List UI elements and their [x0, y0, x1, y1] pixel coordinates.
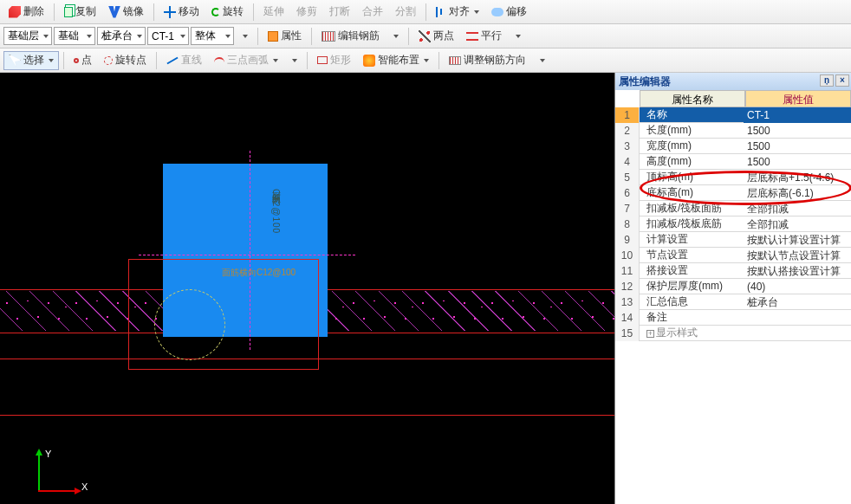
panel-title-bar[interactable]: 属性编辑器 ņ × — [615, 73, 851, 90]
align-icon — [436, 7, 446, 17]
property-row[interactable]: 5顶标高(m)层底标高+1.5(-4.6) — [615, 170, 851, 185]
property-value[interactable]: 按默认搭接设置计算 — [744, 263, 851, 279]
property-value[interactable]: CT-1 — [744, 107, 851, 123]
chevron-down-icon — [540, 59, 545, 62]
parallel-button[interactable]: 平行 — [461, 27, 507, 46]
overflow-1[interactable] — [387, 27, 404, 46]
scope-combo[interactable]: 整体 — [191, 27, 234, 45]
row-index: 13 — [615, 294, 640, 310]
property-row[interactable]: 14备注 — [615, 310, 851, 326]
row-index: 7 — [615, 201, 640, 216]
property-value[interactable] — [744, 326, 851, 341]
select-button[interactable]: 选择 — [3, 51, 59, 70]
offset-label: 偏移 — [506, 4, 527, 19]
property-name: 顶标高(m) — [640, 170, 744, 184]
offset-button[interactable]: 偏移 — [486, 3, 532, 22]
expand-icon[interactable]: + — [646, 330, 654, 338]
rebar-direction-button[interactable]: 调整钢筋方向 — [444, 51, 531, 70]
rotate-point-button[interactable]: 旋转点 — [99, 51, 152, 70]
property-value[interactable]: 层底标高(-6.1) — [744, 185, 851, 201]
properties-icon — [268, 31, 278, 42]
property-row[interactable]: 6底标高(m)层底标高(-6.1) — [615, 185, 851, 201]
property-name: 节点设置 — [640, 248, 744, 262]
edit-rebar-button[interactable]: 编辑钢筋 — [316, 27, 385, 46]
property-value[interactable]: 全部扣减 — [744, 216, 851, 232]
axis-x — [38, 490, 80, 492]
property-row[interactable]: 10节点设置按默认节点设置计算 — [615, 248, 851, 263]
cloud-icon — [491, 8, 503, 16]
property-value[interactable]: 1500 — [744, 139, 851, 154]
extend-button[interactable]: 延伸 — [258, 3, 289, 22]
rotate-button[interactable]: 旋转 — [206, 3, 249, 22]
rect-button[interactable]: 矩形 — [312, 51, 356, 70]
two-point-button[interactable]: 两点 — [413, 27, 459, 46]
property-value[interactable]: 1500 — [744, 154, 851, 170]
property-row[interactable]: 2长度(mm)1500 — [615, 123, 851, 139]
line-button[interactable]: 直线 — [161, 51, 207, 70]
property-name: 备注 — [640, 310, 744, 325]
property-row[interactable]: 11搭接设置按默认搭接设置计算 — [615, 263, 851, 279]
property-row[interactable]: 13汇总信息桩承台 — [615, 294, 851, 310]
row-index: 12 — [615, 279, 640, 294]
scope-extra[interactable] — [236, 27, 253, 46]
column-header-name[interactable]: 属性名称 — [640, 90, 745, 107]
layer-combo[interactable]: 基础层 — [3, 27, 52, 45]
separator — [438, 52, 439, 69]
property-value[interactable]: 按默认计算设置计算 — [744, 232, 851, 248]
property-name: 扣减板/筏板面筋 — [640, 201, 744, 216]
separator — [426, 3, 426, 21]
merge-button[interactable]: 合并 — [357, 3, 388, 22]
overflow-2[interactable] — [509, 27, 526, 46]
chevron-down-icon — [180, 35, 185, 38]
overflow-3[interactable] — [533, 51, 550, 70]
move-button[interactable]: 移动 — [159, 3, 205, 22]
property-value[interactable]: 桩承台 — [744, 294, 851, 310]
row-index: 4 — [615, 154, 640, 170]
split-button[interactable]: 分割 — [390, 3, 421, 22]
close-button[interactable]: × — [835, 74, 849, 87]
axis-y — [38, 450, 40, 492]
delete-label: 删除 — [23, 4, 44, 19]
property-row[interactable]: 8扣减板/筏板底筋全部扣减 — [615, 216, 851, 232]
property-row[interactable]: 15+显示样式 — [615, 326, 851, 341]
property-value[interactable]: 1500 — [744, 123, 851, 139]
property-name: +显示样式 — [640, 326, 744, 340]
properties-button[interactable]: 属性 — [263, 27, 307, 46]
property-row[interactable]: 9计算设置按默认计算设置计算 — [615, 232, 851, 248]
property-row[interactable]: 3宽度(mm)1500 — [615, 139, 851, 154]
subcategory-combo[interactable]: 桩承台 — [97, 27, 146, 45]
property-value[interactable]: (40) — [744, 279, 851, 294]
property-value[interactable]: 全部扣减 — [744, 201, 851, 216]
property-row[interactable]: 4高度(mm)1500 — [615, 154, 851, 170]
property-value[interactable] — [744, 310, 851, 326]
smart-place-button[interactable]: 智能布置 — [358, 51, 434, 70]
property-name: 保护层厚度(mm) — [640, 279, 744, 294]
column-header-value[interactable]: 属性值 — [745, 90, 851, 107]
row-index: 10 — [615, 248, 640, 263]
arc-overflow[interactable] — [285, 51, 302, 70]
properties-label: 属性 — [281, 29, 302, 43]
mirror-button[interactable]: 镜像 — [103, 3, 149, 22]
pin-button[interactable]: ņ — [820, 74, 834, 87]
align-button[interactable]: 对齐 — [431, 3, 484, 22]
property-row[interactable]: 1名称CT-1 — [615, 107, 851, 123]
element-name-value: CT-1 — [152, 30, 174, 42]
point-button[interactable]: 点 — [68, 51, 97, 70]
property-row[interactable]: 12保护层厚度(mm)(40) — [615, 279, 851, 294]
property-value[interactable]: 按默认节点设置计算 — [744, 248, 851, 263]
drawing-canvas[interactable]: 面筋横向C12@100 面筋纵向C12@100 Y X — [0, 73, 614, 504]
element-name-combo[interactable]: CT-1 — [147, 27, 189, 45]
point-icon — [74, 58, 79, 63]
category-combo[interactable]: 基础 — [54, 27, 95, 45]
property-row[interactable]: 7扣减板/筏板面筋全部扣减 — [615, 201, 851, 216]
rotate-icon — [211, 8, 220, 16]
axis-x-label: X — [81, 481, 88, 492]
property-value[interactable]: 层底标高+1.5(-4.6) — [744, 170, 851, 185]
copy-button[interactable]: 复制 — [59, 3, 101, 22]
rebar-icon — [322, 31, 335, 42]
delete-button[interactable]: 删除 — [3, 3, 49, 22]
mirror-icon — [108, 6, 120, 18]
trim-button[interactable]: 修剪 — [291, 3, 322, 22]
arc-button[interactable]: 三点画弧 — [209, 51, 283, 70]
break-button[interactable]: 打断 — [324, 3, 355, 22]
